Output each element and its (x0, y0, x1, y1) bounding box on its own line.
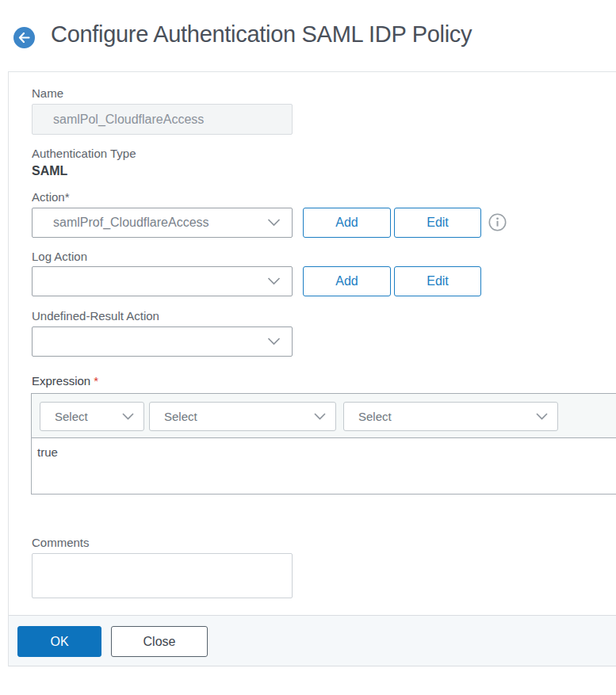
comments-input[interactable] (32, 553, 293, 598)
required-asterisk: * (94, 374, 98, 388)
authentication-type-value: SAML (32, 164, 67, 178)
action-edit-button[interactable]: Edit (394, 208, 481, 238)
log-action-add-button[interactable]: Add (303, 266, 391, 296)
action-add-button[interactable]: Add (303, 208, 391, 238)
close-button[interactable]: Close (111, 626, 208, 657)
log-action-edit-button[interactable]: Edit (394, 266, 481, 296)
expression-select-2[interactable]: Select (149, 402, 336, 431)
back-arrow-icon (18, 32, 30, 43)
authentication-type-label: Authentication Type (32, 147, 136, 160)
info-icon[interactable] (488, 213, 507, 231)
chevron-down-icon (267, 219, 281, 227)
chevron-down-icon (267, 277, 281, 285)
comments-label: Comments (32, 536, 90, 549)
chevron-down-icon (536, 413, 548, 420)
expression-input[interactable]: true (32, 439, 616, 494)
ok-button[interactable]: OK (17, 626, 101, 657)
log-action-select[interactable] (32, 266, 293, 296)
log-action-label: Log Action (32, 250, 87, 263)
name-label: Name (32, 86, 63, 100)
page-title: Configure Authentication SAML IDP Policy (51, 21, 472, 48)
chevron-down-icon (122, 413, 134, 420)
action-label: Action* (32, 190, 70, 204)
chevron-down-icon (267, 338, 281, 346)
chevron-down-icon (314, 413, 326, 420)
expression-select-3[interactable]: Select (343, 402, 558, 431)
expression-toolbar: Select Select Select (32, 394, 616, 438)
action-select[interactable]: samlProf_CloudflareAccess (32, 208, 293, 238)
name-input[interactable] (32, 104, 293, 135)
expression-select-1[interactable]: Select (40, 402, 144, 431)
expression-label: Expression* (32, 374, 98, 388)
expression-editor: Select Select Select (31, 393, 616, 495)
configure-saml-idp-policy-page: Configure Authentication SAML IDP Policy… (0, 0, 616, 695)
action-select-value: samlProf_CloudflareAccess (53, 216, 261, 230)
back-button[interactable] (13, 27, 35, 48)
undefined-result-action-select[interactable] (32, 326, 293, 357)
undefined-result-action-label: Undefined-Result Action (32, 309, 159, 323)
